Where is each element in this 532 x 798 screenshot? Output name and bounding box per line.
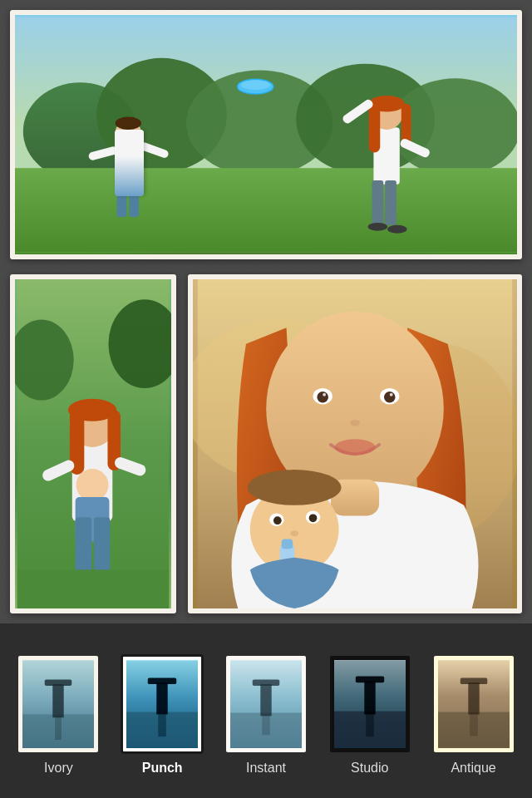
svg-rect-79 [253,679,279,686]
svg-rect-15 [129,185,139,217]
filter-label-ivory: Ivory [44,761,73,776]
svg-rect-40 [94,517,110,578]
svg-rect-90 [470,713,478,736]
filter-thumbnail-inner-instant [226,656,306,752]
svg-rect-19 [369,104,381,153]
filter-item-punch[interactable]: Punch [116,654,208,776]
svg-point-53 [390,393,393,397]
svg-point-26 [387,225,407,234]
filter-item-instant[interactable]: Instant [220,654,312,776]
svg-point-52 [384,392,396,403]
filter-thumbnail-inner-studio [330,656,410,752]
filter-label-instant: Instant [246,761,286,776]
svg-rect-84 [356,677,384,683]
svg-rect-83 [364,681,375,714]
filter-label-antique: Antique [451,761,495,776]
svg-point-49 [317,392,328,403]
bottom-left-photo[interactable] [10,274,176,613]
filter-item-ivory[interactable]: Ivory [12,654,104,776]
svg-rect-73 [156,682,167,714]
svg-rect-68 [53,684,64,717]
bottom-right-photo[interactable] [188,274,522,613]
filter-item-studio[interactable]: Studio [324,654,416,776]
svg-point-50 [323,393,326,397]
svg-rect-64 [282,539,293,549]
filter-bar: Ivory [0,623,532,798]
svg-rect-14 [117,185,127,217]
filter-thumbnail-punch [121,654,204,754]
svg-rect-74 [148,677,176,684]
top-photo[interactable] [10,10,522,259]
filter-thumbnail-studio [328,654,411,754]
svg-rect-23 [372,180,383,225]
filter-label-studio: Studio [351,761,388,776]
svg-point-8 [241,80,270,90]
portrait-vertical-scene [15,279,171,608]
svg-rect-85 [366,713,374,737]
svg-rect-75 [158,714,166,736]
svg-point-61 [309,514,318,522]
svg-rect-80 [262,714,270,735]
svg-rect-69 [45,679,71,686]
filter-item-antique[interactable]: Antique [428,654,520,776]
svg-rect-70 [56,716,62,740]
filter-thumbnail-inner-antique [434,656,514,752]
portrait-horizontal-scene [193,279,517,608]
collage-area [0,0,532,623]
filter-thumbnail-instant [224,654,308,754]
svg-rect-9 [117,144,140,189]
svg-point-59 [273,516,282,525]
svg-point-55 [335,439,376,455]
filter-thumbnails: Ivory [7,654,525,776]
svg-rect-43 [17,569,169,608]
svg-rect-39 [76,517,91,578]
svg-rect-24 [385,180,397,225]
svg-rect-88 [468,682,479,714]
filter-thumbnail-ivory [17,654,100,754]
filter-label-punch: Punch [142,761,183,776]
filter-thumbnail-antique [432,654,515,754]
svg-point-62 [290,530,298,536]
svg-point-37 [76,469,109,501]
svg-point-11 [116,116,141,130]
svg-rect-6 [15,168,517,252]
svg-rect-78 [260,684,271,716]
svg-point-25 [368,223,388,231]
frisbee-scene [15,15,517,254]
svg-point-65 [248,470,342,505]
filter-thumbnail-inner-punch [123,657,201,751]
svg-rect-89 [460,677,486,684]
svg-point-54 [350,420,360,426]
filter-thumbnail-inner-ivory [18,656,98,752]
